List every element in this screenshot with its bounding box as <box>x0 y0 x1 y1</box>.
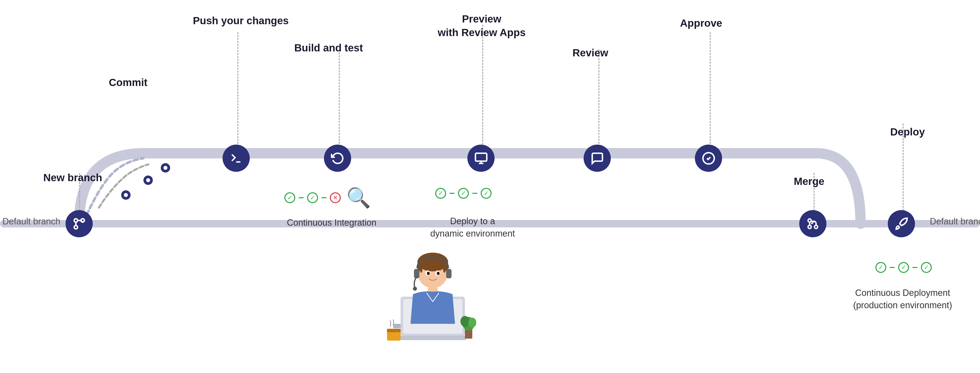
svg-point-3 <box>74 219 77 222</box>
push-changes-dashed-line <box>237 32 239 156</box>
label-ci: Continuous Integration <box>287 217 376 228</box>
node-default-branch-left <box>65 210 93 237</box>
dyn-dot-1: ✓ <box>435 188 446 199</box>
svg-point-21 <box>460 316 469 327</box>
node-build-test <box>324 144 351 172</box>
node-merge <box>799 210 826 237</box>
cd-connector-1 <box>890 267 895 268</box>
person-svg: 🦊 <box>374 247 492 361</box>
ci-connector-1 <box>299 197 304 198</box>
dyn-connector-1 <box>450 193 455 194</box>
dynamic-env-dots: ✓ ✓ ✓ <box>435 188 492 199</box>
cd-dot-1: ✓ <box>875 262 886 273</box>
cd-dots: ✓ ✓ ✓ <box>875 262 932 273</box>
node-review <box>584 144 611 172</box>
label-default-branch-right: Default branch <box>930 216 980 227</box>
review-dashed-line <box>598 49 600 156</box>
svg-rect-16 <box>399 336 466 340</box>
person-illustration: 🦊 <box>371 247 495 361</box>
node-approve <box>695 144 722 172</box>
dyn-connector-2 <box>473 193 477 194</box>
svg-point-11 <box>808 219 811 222</box>
ci-dot-red: ✕ <box>330 192 341 203</box>
label-review: Review <box>573 47 608 59</box>
label-commit: Commit <box>109 77 147 89</box>
label-approve: Approve <box>680 17 722 29</box>
svg-point-10 <box>815 225 818 229</box>
diagram-container: New branch Default branch Commit Push yo… <box>0 0 980 373</box>
deploy-dashed-line <box>903 124 904 222</box>
label-cd: Continuous Deployment(production environ… <box>853 287 952 312</box>
svg-rect-34 <box>446 269 452 278</box>
label-push-changes: Push your changes <box>193 15 289 27</box>
cd-dot-3: ✓ <box>921 262 932 273</box>
svg-point-32 <box>437 271 440 275</box>
commit-dot-1 <box>121 190 130 200</box>
magnifier-icon: 🔍 <box>346 188 371 208</box>
svg-rect-18 <box>387 329 401 332</box>
svg-point-1 <box>74 225 77 229</box>
label-merge: Merge <box>794 176 824 187</box>
label-new-branch: New branch <box>43 172 102 184</box>
label-build-test: Build and test <box>294 42 363 54</box>
label-deploy: Deploy <box>890 126 925 138</box>
node-deploy <box>888 210 915 237</box>
label-dynamic-env: Deploy to adynamic environment <box>430 215 515 240</box>
preview-dashed-line <box>482 25 483 153</box>
svg-rect-5 <box>475 153 487 161</box>
cd-dot-2: ✓ <box>898 262 909 273</box>
approve-dashed-line <box>710 32 711 156</box>
ci-dot-green-1: ✓ <box>285 192 295 203</box>
cd-connector-2 <box>913 267 918 268</box>
svg-point-22 <box>468 317 476 327</box>
node-preview <box>468 144 495 172</box>
dyn-dot-3: ✓ <box>481 188 492 199</box>
label-default-branch-left: Default branch <box>3 216 60 227</box>
ci-dots-row: ✓ ✓ ✕ 🔍 <box>285 188 371 208</box>
commit-dot-3 <box>161 163 170 173</box>
build-test-dashed-line <box>339 49 340 156</box>
ci-connector-2 <box>321 197 326 198</box>
commit-dot-2 <box>143 176 153 185</box>
dyn-dot-2: ✓ <box>458 188 469 199</box>
ci-dot-green-2: ✓ <box>307 192 318 203</box>
node-push <box>223 144 250 172</box>
svg-point-9 <box>808 225 811 229</box>
svg-point-31 <box>427 271 430 275</box>
label-preview: Previewwith Review Apps <box>438 13 526 39</box>
svg-point-35 <box>413 287 417 291</box>
